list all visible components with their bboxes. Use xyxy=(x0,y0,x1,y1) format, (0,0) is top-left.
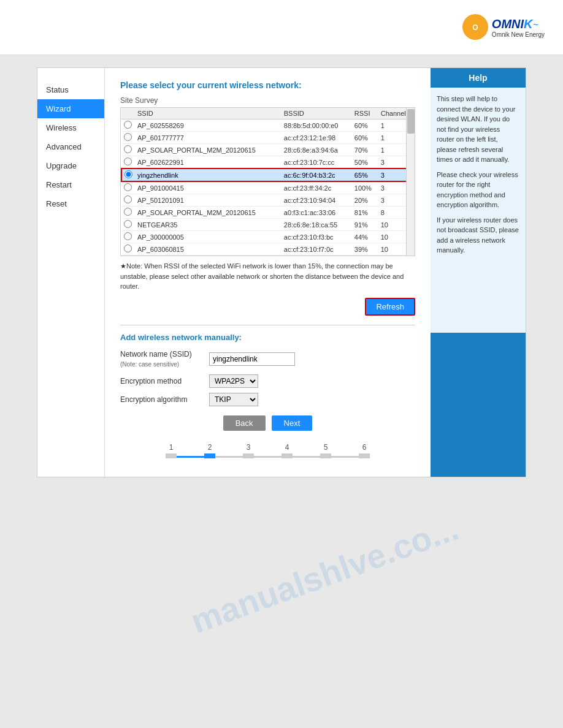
step-dot-1 xyxy=(166,453,177,458)
network-radio[interactable] xyxy=(124,157,132,165)
rssi-cell: 100% xyxy=(352,181,378,194)
table-row[interactable]: AP_602558269 88:8b:5d:00:00:e0 60% 1 xyxy=(121,119,414,132)
encryption-method-row: Encryption method WPA2PSKWPAWEPNONE xyxy=(120,374,415,388)
progress-bar: 123456 xyxy=(120,443,415,464)
bssid-cell: ac:cf:23:10:94:04 xyxy=(282,194,352,207)
step-connector-5 xyxy=(331,456,359,458)
ssid-cell: yingzhendlink xyxy=(135,169,282,181)
network-name-input[interactable] xyxy=(209,352,295,366)
network-radio[interactable] xyxy=(124,121,132,129)
ssid-cell: AP_602622991 xyxy=(135,156,282,169)
rssi-cell: 50% xyxy=(352,156,378,169)
rssi-cell: 20% xyxy=(352,194,378,207)
step-connector-4 xyxy=(293,456,320,458)
bssid-cell: ac:cf:23:12:1e:98 xyxy=(282,132,352,144)
rssi-cell: 65% xyxy=(352,169,378,181)
network-radio[interactable] xyxy=(124,195,132,203)
bssid-cell: ac:cf:23:10:f3:bc xyxy=(282,231,352,243)
logo-icon: O xyxy=(462,14,488,40)
sidebar-item-upgrade[interactable]: Upgrade xyxy=(37,156,104,175)
step-connector-1 xyxy=(177,456,204,458)
step-dot-6 xyxy=(359,453,370,458)
table-row[interactable]: NETGEAR35 28:c6:8e:18:ca:55 91% 10 xyxy=(121,219,414,231)
step-num-3: 3 xyxy=(247,443,251,452)
network-radio[interactable] xyxy=(124,220,132,228)
table-row[interactable]: AP_501201091 ac:cf:23:10:94:04 20% 3 xyxy=(121,194,414,207)
sidebar-item-wizard[interactable]: Wizard xyxy=(37,99,104,118)
network-radio[interactable] xyxy=(124,208,132,216)
ssid-cell: AP_602558269 xyxy=(135,119,282,132)
add-manual-title: Add wireless network manually: xyxy=(120,333,415,342)
page-section-title: Please select your current wireless netw… xyxy=(120,80,415,90)
progress-step-5: 5 xyxy=(320,443,331,458)
step-num-4: 4 xyxy=(285,443,289,452)
rssi-cell: 91% xyxy=(352,219,378,231)
site-survey-table-wrapper: SSID BSSID RSSI Channel AP_602558269 88:… xyxy=(120,107,415,256)
network-radio[interactable] xyxy=(124,183,132,191)
network-radio[interactable] xyxy=(124,232,132,240)
bssid-cell: ac:cf:23:10:7c:cc xyxy=(282,156,352,169)
network-name-row: Network name (SSID) (Note: case sensitiv… xyxy=(120,349,415,370)
encryption-algo-label: Encryption algorithm xyxy=(120,395,209,405)
bssid-cell: 88:8b:5d:00:00:e0 xyxy=(282,119,352,132)
bssid-cell: ac:cf:23:10:f7:0c xyxy=(282,243,352,256)
encryption-method-label: Encryption method xyxy=(120,376,209,387)
help-body: This step will help to connect the devic… xyxy=(431,88,526,333)
content-box: Status Wizard Wireless Advanced Upgrade … xyxy=(37,67,526,477)
network-radio[interactable] xyxy=(124,145,132,153)
sidebar-item-status[interactable]: Status xyxy=(37,80,104,99)
bssid-cell: 28:c6:8e:a3:94:6a xyxy=(282,144,352,156)
network-radio[interactable] xyxy=(124,133,132,141)
step-dot-3 xyxy=(243,453,254,458)
scroll-bar[interactable] xyxy=(406,108,415,256)
step-dot-5 xyxy=(320,453,331,458)
table-row[interactable]: AP_SOLAR_PORTAL_M2M_20120615 28:c6:8e:a3… xyxy=(121,144,414,156)
progress-step-3: 3 xyxy=(243,443,254,458)
col-ssid: SSID xyxy=(135,108,282,119)
network-radio[interactable] xyxy=(124,245,132,252)
site-survey-table: SSID BSSID RSSI Channel AP_602558269 88:… xyxy=(121,108,415,256)
step-dot-4 xyxy=(282,453,293,458)
table-row[interactable]: AP_901000415 ac:cf:23:ff:34:2c 100% 3 xyxy=(121,181,414,194)
network-name-label: Network name (SSID) (Note: case sensitiv… xyxy=(120,349,209,370)
table-row[interactable]: AP_300000005 ac:cf:23:10:f3:bc 44% 10 xyxy=(121,231,414,243)
encryption-method-select[interactable]: WPA2PSKWPAWEPNONE xyxy=(209,374,258,388)
rssi-cell: 81% xyxy=(352,207,378,219)
step-dot-2 xyxy=(204,453,215,458)
bssid-cell: 28:c6:8e:18:ca:55 xyxy=(282,219,352,231)
progress-step-2: 2 xyxy=(204,443,215,458)
logo: O OMNI K ~ Omnik New Energy xyxy=(462,14,545,41)
ssid-cell: AP_SOLAR_PORTAL_M2M_20120615 xyxy=(135,144,282,156)
encryption-algo-row: Encryption algorithm TKIPAESTKIP+AES xyxy=(120,393,415,406)
logo-brand-text: Omnik New Energy xyxy=(492,31,545,38)
bssid-cell: ac:cf:23:ff:34:2c xyxy=(282,181,352,194)
next-button[interactable]: Next xyxy=(272,415,313,431)
site-survey-label: Site Survey xyxy=(120,96,415,105)
table-row[interactable]: AP_601777777 ac:cf:23:12:1e:98 60% 1 xyxy=(121,132,414,144)
rssi-cell: 39% xyxy=(352,243,378,256)
table-row[interactable]: AP_602622991 ac:cf:23:10:7c:cc 50% 3 xyxy=(121,156,414,169)
sidebar: Status Wizard Wireless Advanced Upgrade … xyxy=(37,68,105,477)
ssid-cell: NETGEAR35 xyxy=(135,219,282,231)
sidebar-item-restart[interactable]: Restart xyxy=(37,175,104,194)
rssi-cell: 60% xyxy=(352,119,378,132)
refresh-button[interactable]: Refresh xyxy=(365,298,415,316)
rssi-cell: 70% xyxy=(352,144,378,156)
ssid-cell: AP_901000415 xyxy=(135,181,282,194)
sidebar-item-reset[interactable]: Reset xyxy=(37,194,104,213)
svg-text:O: O xyxy=(472,23,478,32)
ssid-cell: AP_603060815 xyxy=(135,243,282,256)
table-row[interactable]: AP_SOLAR_PORTAL_M2M_20120615 a0:f3:c1:ac… xyxy=(121,207,414,219)
table-row[interactable]: yingzhendlink ac:6c:9f:04:b3:2c 65% 3 xyxy=(121,169,414,181)
back-button[interactable]: Back xyxy=(223,415,266,431)
table-row[interactable]: AP_603060815 ac:cf:23:10:f7:0c 39% 10 xyxy=(121,243,414,256)
network-radio[interactable] xyxy=(124,170,132,178)
note-text: ★Note: When RSSI of the selected WiFi ne… xyxy=(120,261,415,292)
sidebar-item-advanced[interactable]: Advanced xyxy=(37,137,104,156)
scroll-thumb[interactable] xyxy=(407,109,415,134)
sidebar-item-wireless[interactable]: Wireless xyxy=(37,118,104,137)
encryption-algo-select[interactable]: TKIPAESTKIP+AES xyxy=(209,393,258,406)
col-rssi: RSSI xyxy=(352,108,378,119)
help-panel: Help This step will help to connect the … xyxy=(431,68,526,477)
bssid-cell: a0:f3:c1:ac:33:06 xyxy=(282,207,352,219)
